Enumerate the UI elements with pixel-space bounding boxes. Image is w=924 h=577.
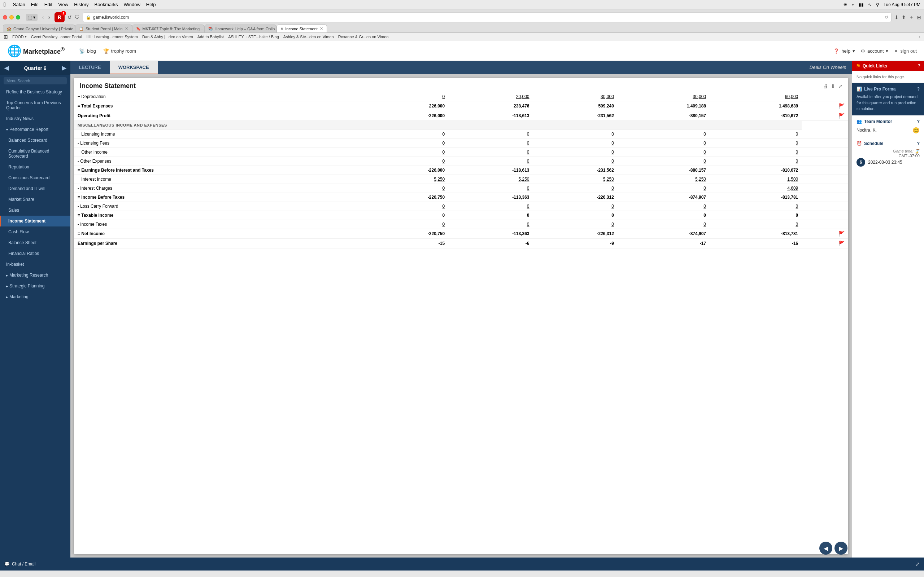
bookmarks-more-icon[interactable]: › bbox=[919, 35, 921, 39]
download-icon[interactable]: ⬇ bbox=[894, 15, 899, 20]
tab-lecture-label: LECTURE bbox=[79, 64, 101, 70]
quick-links-info-icon[interactable]: ? bbox=[918, 63, 921, 69]
edit-menu[interactable]: Edit bbox=[44, 2, 52, 7]
sidebar-item-marketing[interactable]: ▸ Marketing bbox=[0, 292, 70, 302]
menu-search-input[interactable] bbox=[3, 77, 67, 84]
row-flag bbox=[802, 184, 848, 193]
close-button[interactable] bbox=[3, 15, 7, 19]
chat-footer[interactable]: 💬 Chat / Email ⤢ bbox=[0, 558, 924, 571]
grid-icon[interactable]: ⊞ bbox=[917, 15, 921, 20]
apple-menu[interactable]:  bbox=[3, 2, 6, 8]
reload-icon[interactable]: ↺ bbox=[885, 15, 888, 20]
nav-trophy-label[interactable]: trophy room bbox=[111, 48, 136, 54]
bookmark-ashley2[interactable]: Ashley & Ste...deo on Vimeo bbox=[283, 35, 334, 39]
download-icon[interactable]: ⬇ bbox=[831, 83, 835, 89]
bookmark-cvent[interactable]: Cvent Passkey...anner Portal bbox=[31, 35, 82, 39]
sidebar-item-in-basket[interactable]: In-basket bbox=[0, 259, 70, 270]
minimize-button[interactable] bbox=[10, 15, 14, 19]
sidebar-item-strategic-planning[interactable]: ▸ Strategic Planning bbox=[0, 280, 70, 292]
window-menu[interactable]: Window bbox=[124, 2, 141, 7]
bookmark-ashley[interactable]: ASHLEY + STE...bsite / Blog bbox=[228, 35, 279, 39]
newtab-icon[interactable]: ＋ bbox=[909, 14, 914, 21]
bookmark-ihi[interactable]: IHI: Learning...ement System bbox=[86, 35, 137, 39]
sidebar-item-refine[interactable]: Refine the Business Strategy bbox=[0, 87, 70, 97]
tab-gcu[interactable]: 🏫 Grand Canyon University | Private... ✕ bbox=[3, 24, 75, 32]
tab-income[interactable]: ✕ Income Statement ✕ bbox=[276, 24, 327, 32]
forward-button[interactable]: › bbox=[47, 13, 52, 21]
tab-mkt[interactable]: 🔖 MKT-607 Topic 8: The Marketing... ✕ bbox=[132, 24, 204, 32]
back-button[interactable]: ‹ bbox=[40, 13, 45, 21]
nav-help[interactable]: ❓ help ▾ bbox=[834, 48, 855, 54]
next-page-button[interactable]: ▶ bbox=[835, 542, 848, 554]
tab-workspace[interactable]: WORKSPACE bbox=[110, 61, 158, 74]
nav-signout[interactable]: ✕ sign out bbox=[894, 48, 917, 54]
history-menu[interactable]: History bbox=[74, 2, 89, 7]
tab-close-student[interactable]: ✕ bbox=[125, 26, 128, 31]
sidebar-item-conscious[interactable]: Conscious Scorecard bbox=[0, 172, 70, 183]
readwise-icon[interactable]: R 2 bbox=[55, 12, 65, 23]
row-label: + Licensing Income bbox=[74, 130, 364, 139]
schedule-info-icon[interactable]: ? bbox=[917, 141, 920, 146]
sidebar-toggle-button[interactable]: ⬚ ▾ bbox=[26, 14, 37, 21]
bookmark-babylist[interactable]: Add to Babylist bbox=[197, 35, 224, 39]
sidebar-next-arrow[interactable]: ▶ bbox=[62, 64, 66, 71]
help-menu[interactable]: Help bbox=[146, 2, 156, 7]
nav-account-label[interactable]: account bbox=[867, 48, 884, 54]
nav-help-label[interactable]: help bbox=[842, 48, 850, 54]
file-menu[interactable]: File bbox=[31, 2, 39, 7]
row-label: = Income Before Taxes bbox=[74, 193, 364, 202]
sidebar-item-performance[interactable]: ▾ Performance Report bbox=[0, 124, 70, 135]
address-bar[interactable]: 🔒 game.ilsworld.com ↺ bbox=[82, 12, 892, 23]
nav-blog[interactable]: 📡 blog bbox=[79, 48, 96, 54]
sidebar-item-market-share[interactable]: Market Share bbox=[0, 194, 70, 205]
url-text[interactable]: game.ilsworld.com bbox=[93, 15, 129, 20]
tab-lecture[interactable]: LECTURE bbox=[70, 61, 110, 74]
row-value: 0 bbox=[709, 130, 802, 139]
row-value: 226,000 bbox=[364, 102, 448, 111]
menubar-spotlight-icon[interactable]: ⚲ bbox=[876, 2, 879, 7]
expand-icon[interactable]: ⤢ bbox=[838, 83, 842, 89]
chat-label[interactable]: Chat / Email bbox=[12, 561, 36, 567]
sidebar-item-income-statement[interactable]: Income Statement bbox=[0, 216, 70, 226]
proforma-info-icon[interactable]: ? bbox=[917, 87, 920, 92]
refresh-icon[interactable]: ↺ bbox=[68, 15, 72, 20]
print-icon[interactable]: 🖨 bbox=[823, 83, 828, 89]
sidebar-item-top-concerns[interactable]: Top Concerns from Previous Quarter bbox=[0, 97, 70, 113]
sidebar-item-marketing-research[interactable]: ▸ Marketing Research bbox=[0, 270, 70, 280]
tab-close-income[interactable]: ✕ bbox=[320, 26, 323, 31]
nav-blog-label[interactable]: blog bbox=[87, 48, 96, 54]
team-member-name: Nocitra, K. bbox=[856, 128, 877, 133]
row-value: 0 bbox=[709, 139, 802, 148]
sidebar-item-demand[interactable]: Demand and Ill will bbox=[0, 183, 70, 194]
share-icon[interactable]: ⬆ bbox=[901, 15, 906, 20]
sidebar-item-cumulative[interactable]: Cumulative Balanced Scorecard bbox=[0, 146, 70, 161]
bookmark-dan[interactable]: Dan & Abby |...deo on Vimeo bbox=[142, 35, 193, 39]
safari-menu[interactable]: Safari bbox=[13, 2, 25, 7]
nav-account[interactable]: ⚙ account ▾ bbox=[861, 48, 888, 54]
row-value: 0 bbox=[617, 184, 709, 193]
view-menu[interactable]: View bbox=[58, 2, 68, 7]
nav-signout-label[interactable]: sign out bbox=[900, 48, 917, 54]
maximize-button[interactable] bbox=[16, 15, 20, 19]
prev-page-button[interactable]: ◀ bbox=[819, 542, 832, 554]
nav-trophy[interactable]: 🏆 trophy room bbox=[103, 48, 136, 54]
bookmarks-menu[interactable]: Bookmarks bbox=[95, 2, 118, 7]
bookmarks-grid-icon[interactable]: ⊞ bbox=[3, 34, 8, 40]
sidebar-item-sales[interactable]: Sales bbox=[0, 205, 70, 216]
chat-expand-icon[interactable]: ⤢ bbox=[915, 561, 920, 567]
tab-hw[interactable]: 📚 Homework Help – Q&A from Onlin... ✕ bbox=[204, 24, 276, 32]
sidebar-item-cash-flow[interactable]: Cash Flow bbox=[0, 226, 70, 237]
row-value: 238,476 bbox=[448, 102, 533, 111]
sidebar-item-financial-ratios[interactable]: Financial Ratios bbox=[0, 248, 70, 259]
team-monitor-info-icon[interactable]: ? bbox=[917, 119, 920, 124]
sidebar-item-reputation[interactable]: Reputation bbox=[0, 161, 70, 172]
tab-student[interactable]: 📋 Student Portal | Main ✕ bbox=[75, 24, 132, 32]
sidebar-item-balanced[interactable]: Balanced Scorecard bbox=[0, 135, 70, 146]
schedule-game-time-label: Game time: bbox=[893, 149, 914, 153]
bookmark-food[interactable]: FOOD ▾ bbox=[12, 35, 27, 39]
sidebar-item-balance-sheet[interactable]: Balance Sheet bbox=[0, 237, 70, 248]
sidebar-item-industry-news[interactable]: Industry News bbox=[0, 113, 70, 124]
table-row: - Interest Charges00004,609 bbox=[74, 184, 848, 193]
bookmark-roxanne[interactable]: Roxanne & Gr...eo on Vimeo bbox=[338, 35, 389, 39]
sidebar-prev-arrow[interactable]: ◀ bbox=[4, 64, 9, 71]
